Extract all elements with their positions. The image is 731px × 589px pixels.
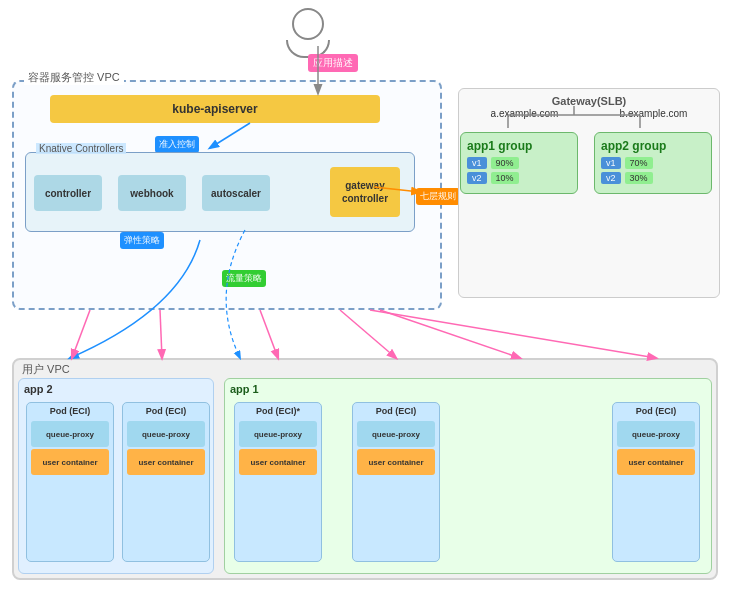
app2-v1-label: v1 [601, 157, 621, 169]
diagram-container: 应用描述 容器服务管控 VPC kube-apiserver 准入控制 Knat… [0, 0, 731, 589]
pod-app1-1-queue: queue-proxy [239, 421, 317, 447]
domain-b: b.example.com [620, 108, 688, 119]
kube-apiserver-box: kube-apiserver [50, 95, 380, 123]
pod-app1-1: Pod (ECI)* queue-proxy user container [234, 402, 322, 562]
app1-v1-row: v1 90% [467, 157, 571, 169]
gateway-title: Gateway(SLB) [552, 95, 627, 107]
gateway-domains: a.example.com b.example.com [460, 108, 718, 119]
app2-v2-row: v2 30% [601, 172, 705, 184]
app1-v1-label: v1 [467, 157, 487, 169]
svg-line-12 [370, 310, 656, 358]
user-app2-label: app 2 [24, 383, 53, 395]
user-icon [286, 8, 330, 58]
app2-v1-percent: 70% [625, 157, 653, 169]
kube-apiserver-label: kube-apiserver [172, 102, 257, 116]
svg-line-9 [260, 310, 278, 358]
knative-group: Knative Controllers controller webhook a… [25, 152, 415, 232]
pod-app1-3-queue: queue-proxy [617, 421, 695, 447]
pod-app2-1-container: user container [31, 449, 109, 475]
controller-box: controller [34, 175, 102, 211]
webhook-box: webhook [118, 175, 186, 211]
traffic-label: 流量策略 [222, 270, 266, 287]
app2-v2-label: v2 [601, 172, 621, 184]
pod-app2-1: Pod (ECI) queue-proxy user container [26, 402, 114, 562]
pod-app2-2-title: Pod (ECI) [123, 403, 209, 419]
app1-group-title: app1 group [467, 139, 571, 153]
app2-group-title: app2 group [601, 139, 705, 153]
admission-label: 准入控制 [155, 136, 199, 153]
pod-app2-1-title: Pod (ECI) [27, 403, 113, 419]
user-vpc-label: 用户 VPC [22, 362, 70, 377]
pod-app1-3: Pod (ECI) queue-proxy user container [612, 402, 700, 562]
app2-v2-percent: 30% [625, 172, 653, 184]
pod-app1-3-title: Pod (ECI) [613, 403, 699, 419]
app1-v1-percent: 90% [491, 157, 519, 169]
pod-app1-1-title: Pod (ECI)* [235, 403, 321, 419]
svg-line-8 [160, 310, 162, 358]
layer7-label: 七层规则 [416, 188, 460, 205]
pod-app2-2: Pod (ECI) queue-proxy user container [122, 402, 210, 562]
svg-line-10 [340, 310, 396, 358]
app1-v2-label: v2 [467, 172, 487, 184]
elastic-label: 弹性策略 [120, 232, 164, 249]
app2-v1-row: v1 70% [601, 157, 705, 169]
app1-v2-row: v2 10% [467, 172, 571, 184]
knative-label: Knative Controllers [36, 143, 126, 154]
user-app1-label: app 1 [230, 383, 259, 395]
svg-line-11 [380, 310, 520, 358]
vpc-control-label: 容器服务管控 VPC [24, 70, 124, 85]
app1-group: app1 group v1 90% v2 10% [460, 132, 578, 194]
pod-app2-2-queue: queue-proxy [127, 421, 205, 447]
pod-app1-2-queue: queue-proxy [357, 421, 435, 447]
app2-group: app2 group v1 70% v2 30% [594, 132, 712, 194]
autoscaler-box: autoscaler [202, 175, 270, 211]
pod-app1-2: Pod (ECI) queue-proxy user container [352, 402, 440, 562]
app-desc-label: 应用描述 [308, 54, 358, 72]
domain-a: a.example.com [491, 108, 559, 119]
svg-line-7 [72, 310, 90, 358]
gateway-controller-box: gatewaycontroller [330, 167, 400, 217]
pod-app1-3-container: user container [617, 449, 695, 475]
pod-app1-2-title: Pod (ECI) [353, 403, 439, 419]
pod-app2-2-container: user container [127, 449, 205, 475]
pod-app2-1-queue: queue-proxy [31, 421, 109, 447]
pod-app1-1-container: user container [239, 449, 317, 475]
app1-v2-percent: 10% [491, 172, 519, 184]
pod-app1-2-container: user container [357, 449, 435, 475]
